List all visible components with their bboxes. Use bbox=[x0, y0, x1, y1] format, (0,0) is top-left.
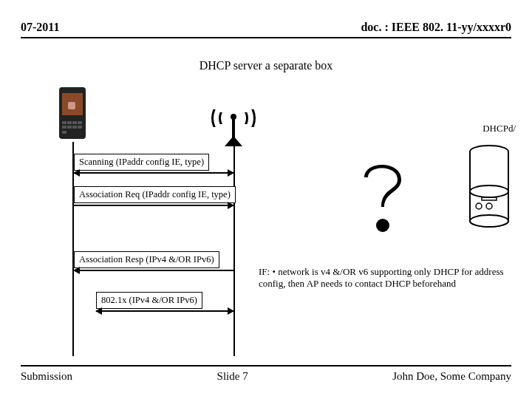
slide-header: 07-2011 doc. : IEEE 802. 11-yy/xxxxr0 bbox=[21, 21, 511, 34]
msg-assoc-req-label: Association Req (IPaddr config IE, type) bbox=[74, 186, 236, 203]
footer-rule bbox=[21, 365, 511, 366]
msg-assoc-resp-label: Association Resp (IPv4 &/OR IPv6) bbox=[74, 251, 219, 268]
footer-left: Submission bbox=[21, 370, 72, 383]
msg-assoc-req: Association Req (IPaddr config IE, type) bbox=[74, 186, 233, 206]
msg-dot1x-label: 802.1x (IPv4 &/OR IPv6) bbox=[96, 292, 202, 309]
wifi-ap-icon bbox=[204, 96, 263, 140]
slide-footer: Submission Slide 7 John Doe, Some Compan… bbox=[21, 370, 511, 383]
server-icon bbox=[467, 144, 511, 233]
phone-icon bbox=[59, 87, 86, 139]
dhcp-server-label: DHCPd/ bbox=[482, 123, 516, 134]
footer-slide-number: Slide 7 bbox=[217, 370, 248, 383]
header-doc-id: doc. : IEEE 802. 11-yy/xxxxr0 bbox=[361, 21, 511, 34]
msg-assoc-resp: Association Resp (IPv4 &/OR IPv6) bbox=[74, 251, 233, 271]
svg-point-0 bbox=[376, 219, 389, 232]
slide-title: DHCP server a separate box bbox=[0, 59, 532, 72]
header-date: 07-2011 bbox=[21, 21, 59, 34]
msg-scanning-label: Scanning (IPaddr config IE, type) bbox=[74, 154, 209, 171]
msg-dot1x: 802.1x (IPv4 &/OR IPv6) bbox=[96, 292, 233, 312]
question-mark-icon bbox=[346, 151, 420, 240]
header-rule bbox=[21, 37, 511, 38]
svg-point-2 bbox=[470, 215, 508, 227]
condition-note: IF: • network is v4 &/OR v6 supporting o… bbox=[259, 266, 510, 289]
footer-author: John Doe, Some Company bbox=[392, 370, 511, 383]
msg-scanning: Scanning (IPaddr config IE, type) bbox=[74, 154, 233, 174]
